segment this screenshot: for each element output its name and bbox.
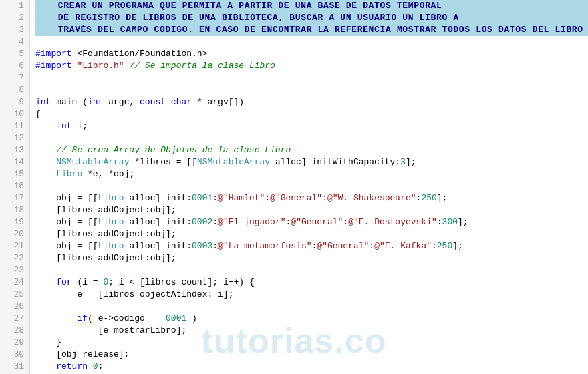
code-line: obj = [[Libro alloc] init:0002:@"El juga… xyxy=(35,216,588,228)
code-line xyxy=(35,301,588,313)
code-line: #import <Foundation/Foundation.h> xyxy=(35,48,588,60)
line-number: 8 xyxy=(0,84,24,96)
code-line: for (i = 0; i < [libros count]; i++) { xyxy=(35,276,588,289)
line-numbers: 1234567891011121314151617181920212223242… xyxy=(0,0,30,374)
line-number: 5 xyxy=(0,48,24,60)
line-number: 14 xyxy=(0,156,24,168)
line-number: 26 xyxy=(0,301,24,313)
line-number: 3 xyxy=(0,24,24,36)
line-number: 25 xyxy=(0,289,24,301)
code-line: [e mostrarLibro]; xyxy=(35,325,588,337)
code-line: [obj release]; xyxy=(35,349,588,361)
line-number: 7 xyxy=(0,72,24,84)
code-line: } xyxy=(35,337,588,349)
line-number: 19 xyxy=(0,216,24,228)
line-number: 17 xyxy=(0,192,24,204)
line-number: 10 xyxy=(0,108,24,120)
code-line: #import "Libro.h" // Se importa la clase… xyxy=(35,60,588,72)
code-line: obj = [[Libro alloc] init:0003:@"La meta… xyxy=(35,240,588,252)
line-number: 15 xyxy=(0,168,24,180)
line-number: 6 xyxy=(0,60,24,72)
code-line: DE REGISTRO DE LIBROS DE UNA BIBLIOTECA,… xyxy=(35,12,588,24)
line-number: 23 xyxy=(0,264,24,276)
line-number: 4 xyxy=(0,36,24,48)
code-line: int i; xyxy=(35,120,588,132)
code-editor: 1234567891011121314151617181920212223242… xyxy=(0,0,588,374)
code-line: int main (int argc, const char * argv[]) xyxy=(35,96,588,108)
line-number: 21 xyxy=(0,240,24,252)
code-line xyxy=(35,72,588,84)
code-line xyxy=(35,84,588,96)
line-number: 1 xyxy=(0,0,24,12)
line-number: 29 xyxy=(0,337,24,349)
code-line: NSMutableArray *libros = [[NSMutableArra… xyxy=(35,156,588,168)
line-number: 11 xyxy=(0,120,24,132)
code-line: { xyxy=(35,108,588,120)
line-number: 22 xyxy=(0,252,24,264)
code-line: [libros addObject:obj]; xyxy=(35,228,588,240)
code-line: // Se crea Array de Objetos de la clase … xyxy=(35,144,588,156)
line-number: 16 xyxy=(0,180,24,192)
code-line: return 0; xyxy=(35,361,588,373)
line-number: 31 xyxy=(0,361,24,373)
line-number: 27 xyxy=(0,313,24,325)
code-line xyxy=(35,36,588,48)
line-number: 28 xyxy=(0,325,24,337)
code-line: e = [libros objectAtIndex: i]; xyxy=(35,289,588,301)
line-number: 30 xyxy=(0,349,24,361)
line-number: 24 xyxy=(0,276,24,289)
code-line: Libro *e, *obj; xyxy=(35,168,588,180)
code-line: [libros addObject:obj]; xyxy=(35,252,588,264)
code-line xyxy=(35,132,588,144)
code-line: [libros addObject:obj]; xyxy=(35,204,588,216)
line-number: 13 xyxy=(0,144,24,156)
code-line: CREAR UN PROGRAMA QUE PERMITA A PARTIR D… xyxy=(35,0,588,12)
line-number: 9 xyxy=(0,96,24,108)
line-number: 12 xyxy=(0,132,24,144)
line-number: 20 xyxy=(0,228,24,240)
code-line xyxy=(35,180,588,192)
code-line xyxy=(35,264,588,276)
code-area[interactable]: CREAR UN PROGRAMA QUE PERMITA A PARTIR D… xyxy=(30,0,588,374)
code-line: obj = [[Libro alloc] init:0001:@"Hamlet"… xyxy=(35,192,588,204)
line-number: 2 xyxy=(0,12,24,24)
code-line: if( e->codigo == 0001 ) xyxy=(35,313,588,325)
line-number: 18 xyxy=(0,204,24,216)
code-line: TRAVÉS DEL CAMPO CODIGO. EN CASO DE ENCO… xyxy=(35,24,588,36)
